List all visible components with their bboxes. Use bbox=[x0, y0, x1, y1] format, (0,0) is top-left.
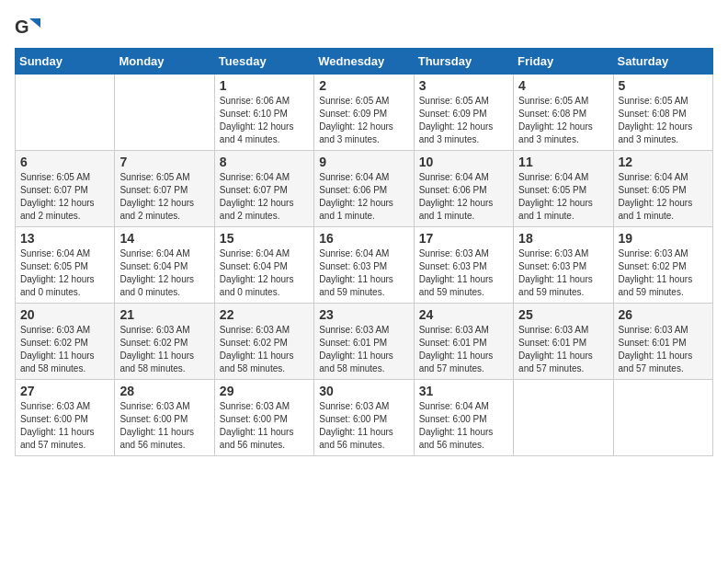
calendar-cell: 4Sunrise: 6:05 AM Sunset: 6:08 PM Daylig… bbox=[514, 75, 613, 151]
day-number: 23 bbox=[319, 307, 408, 322]
day-number: 26 bbox=[619, 307, 708, 322]
calendar-cell: 27Sunrise: 6:03 AM Sunset: 6:00 PM Dayli… bbox=[16, 380, 115, 456]
day-number: 19 bbox=[619, 231, 708, 246]
calendar-cell: 2Sunrise: 6:05 AM Sunset: 6:09 PM Daylig… bbox=[314, 75, 414, 151]
day-number: 7 bbox=[119, 155, 209, 169]
day-info: Sunrise: 6:05 AM Sunset: 6:09 PM Dayligh… bbox=[319, 95, 408, 146]
day-number: 14 bbox=[119, 231, 209, 246]
day-number: 28 bbox=[119, 384, 209, 398]
week-row-0: 1Sunrise: 6:06 AM Sunset: 6:10 PM Daylig… bbox=[16, 75, 713, 151]
day-number: 24 bbox=[419, 307, 508, 322]
day-info: Sunrise: 6:03 AM Sunset: 6:02 PM Dayligh… bbox=[220, 324, 309, 375]
day-info: Sunrise: 6:03 AM Sunset: 6:01 PM Dayligh… bbox=[319, 324, 408, 375]
day-number: 27 bbox=[20, 384, 109, 398]
day-info: Sunrise: 6:03 AM Sunset: 6:03 PM Dayligh… bbox=[419, 247, 508, 299]
calendar-cell: 29Sunrise: 6:03 AM Sunset: 6:00 PM Dayli… bbox=[214, 380, 313, 456]
header: G bbox=[15, 15, 713, 40]
header-row: SundayMondayTuesdayWednesdayThursdayFrid… bbox=[16, 49, 713, 75]
calendar-cell: 8Sunrise: 6:04 AM Sunset: 6:07 PM Daylig… bbox=[214, 151, 313, 227]
day-number: 4 bbox=[518, 78, 608, 93]
day-info: Sunrise: 6:05 AM Sunset: 6:08 PM Dayligh… bbox=[518, 95, 608, 146]
calendar-cell: 17Sunrise: 6:03 AM Sunset: 6:03 PM Dayli… bbox=[414, 227, 513, 304]
calendar-cell: 7Sunrise: 6:05 AM Sunset: 6:07 PM Daylig… bbox=[115, 151, 214, 227]
logo-icon: G bbox=[15, 15, 40, 40]
calendar-cell: 11Sunrise: 6:04 AM Sunset: 6:05 PM Dayli… bbox=[514, 151, 613, 227]
day-number: 1 bbox=[220, 78, 309, 93]
day-number: 5 bbox=[619, 78, 708, 93]
day-info: Sunrise: 6:04 AM Sunset: 6:05 PM Dayligh… bbox=[518, 171, 608, 223]
calendar-cell bbox=[514, 380, 613, 456]
day-number: 2 bbox=[319, 78, 408, 93]
day-info: Sunrise: 6:03 AM Sunset: 6:02 PM Dayligh… bbox=[119, 324, 209, 375]
day-info: Sunrise: 6:04 AM Sunset: 6:04 PM Dayligh… bbox=[220, 247, 309, 299]
day-info: Sunrise: 6:04 AM Sunset: 6:06 PM Dayligh… bbox=[319, 171, 408, 223]
day-number: 21 bbox=[119, 307, 209, 322]
calendar-cell: 10Sunrise: 6:04 AM Sunset: 6:06 PM Dayli… bbox=[414, 151, 513, 227]
calendar-cell: 6Sunrise: 6:05 AM Sunset: 6:07 PM Daylig… bbox=[16, 151, 115, 227]
header-cell-sunday: Sunday bbox=[16, 49, 115, 75]
calendar-cell: 21Sunrise: 6:03 AM Sunset: 6:02 PM Dayli… bbox=[115, 304, 214, 380]
day-info: Sunrise: 6:03 AM Sunset: 6:00 PM Dayligh… bbox=[319, 400, 408, 452]
day-info: Sunrise: 6:03 AM Sunset: 6:00 PM Dayligh… bbox=[20, 400, 109, 452]
day-number: 13 bbox=[20, 231, 109, 246]
day-info: Sunrise: 6:03 AM Sunset: 6:01 PM Dayligh… bbox=[619, 324, 708, 375]
day-number: 15 bbox=[220, 231, 309, 246]
calendar-cell: 22Sunrise: 6:03 AM Sunset: 6:02 PM Dayli… bbox=[214, 304, 313, 380]
week-row-3: 20Sunrise: 6:03 AM Sunset: 6:02 PM Dayli… bbox=[16, 304, 713, 380]
header-cell-saturday: Saturday bbox=[613, 49, 712, 75]
week-row-4: 27Sunrise: 6:03 AM Sunset: 6:00 PM Dayli… bbox=[16, 380, 713, 456]
day-info: Sunrise: 6:04 AM Sunset: 6:03 PM Dayligh… bbox=[319, 247, 408, 299]
day-number: 12 bbox=[619, 155, 708, 169]
calendar-cell: 20Sunrise: 6:03 AM Sunset: 6:02 PM Dayli… bbox=[16, 304, 115, 380]
day-info: Sunrise: 6:04 AM Sunset: 6:05 PM Dayligh… bbox=[619, 171, 708, 223]
day-info: Sunrise: 6:05 AM Sunset: 6:07 PM Dayligh… bbox=[119, 171, 209, 223]
day-number: 6 bbox=[20, 155, 109, 169]
calendar-cell: 31Sunrise: 6:04 AM Sunset: 6:00 PM Dayli… bbox=[414, 380, 513, 456]
day-info: Sunrise: 6:03 AM Sunset: 6:02 PM Dayligh… bbox=[619, 247, 708, 299]
day-info: Sunrise: 6:03 AM Sunset: 6:01 PM Dayligh… bbox=[419, 324, 508, 375]
day-number: 20 bbox=[20, 307, 109, 322]
svg-text:G: G bbox=[15, 17, 29, 37]
calendar-cell bbox=[115, 75, 214, 151]
calendar-cell: 18Sunrise: 6:03 AM Sunset: 6:03 PM Dayli… bbox=[514, 227, 613, 304]
calendar-cell bbox=[613, 380, 712, 456]
calendar-cell: 23Sunrise: 6:03 AM Sunset: 6:01 PM Dayli… bbox=[314, 304, 414, 380]
calendar-cell: 3Sunrise: 6:05 AM Sunset: 6:09 PM Daylig… bbox=[414, 75, 513, 151]
calendar-cell: 13Sunrise: 6:04 AM Sunset: 6:05 PM Dayli… bbox=[16, 227, 115, 304]
week-row-1: 6Sunrise: 6:05 AM Sunset: 6:07 PM Daylig… bbox=[16, 151, 713, 227]
day-number: 30 bbox=[319, 384, 408, 398]
day-number: 22 bbox=[220, 307, 309, 322]
calendar-table: SundayMondayTuesdayWednesdayThursdayFrid… bbox=[15, 48, 713, 456]
day-number: 8 bbox=[220, 155, 309, 169]
calendar-header: SundayMondayTuesdayWednesdayThursdayFrid… bbox=[16, 49, 713, 75]
svg-marker-1 bbox=[29, 18, 40, 28]
day-number: 25 bbox=[518, 307, 608, 322]
day-info: Sunrise: 6:05 AM Sunset: 6:09 PM Dayligh… bbox=[419, 95, 508, 146]
day-info: Sunrise: 6:03 AM Sunset: 6:03 PM Dayligh… bbox=[518, 247, 608, 299]
calendar-cell: 25Sunrise: 6:03 AM Sunset: 6:01 PM Dayli… bbox=[514, 304, 613, 380]
day-number: 18 bbox=[518, 231, 608, 246]
calendar-cell: 1Sunrise: 6:06 AM Sunset: 6:10 PM Daylig… bbox=[214, 75, 313, 151]
calendar-cell: 26Sunrise: 6:03 AM Sunset: 6:01 PM Dayli… bbox=[613, 304, 712, 380]
day-info: Sunrise: 6:04 AM Sunset: 6:06 PM Dayligh… bbox=[419, 171, 508, 223]
calendar-cell: 9Sunrise: 6:04 AM Sunset: 6:06 PM Daylig… bbox=[314, 151, 414, 227]
day-number: 11 bbox=[518, 155, 608, 169]
day-number: 3 bbox=[419, 78, 508, 93]
day-info: Sunrise: 6:04 AM Sunset: 6:07 PM Dayligh… bbox=[220, 171, 309, 223]
header-cell-friday: Friday bbox=[514, 49, 613, 75]
calendar-cell bbox=[16, 75, 115, 151]
day-info: Sunrise: 6:04 AM Sunset: 6:04 PM Dayligh… bbox=[119, 247, 209, 299]
day-info: Sunrise: 6:06 AM Sunset: 6:10 PM Dayligh… bbox=[220, 95, 309, 146]
calendar-cell: 5Sunrise: 6:05 AM Sunset: 6:08 PM Daylig… bbox=[613, 75, 712, 151]
day-number: 10 bbox=[419, 155, 508, 169]
day-info: Sunrise: 6:04 AM Sunset: 6:05 PM Dayligh… bbox=[20, 247, 109, 299]
day-info: Sunrise: 6:05 AM Sunset: 6:08 PM Dayligh… bbox=[619, 95, 708, 146]
day-number: 16 bbox=[319, 231, 408, 246]
calendar-cell: 28Sunrise: 6:03 AM Sunset: 6:00 PM Dayli… bbox=[115, 380, 214, 456]
header-cell-monday: Monday bbox=[115, 49, 214, 75]
header-cell-wednesday: Wednesday bbox=[314, 49, 414, 75]
day-info: Sunrise: 6:03 AM Sunset: 6:02 PM Dayligh… bbox=[20, 324, 109, 375]
calendar-cell: 24Sunrise: 6:03 AM Sunset: 6:01 PM Dayli… bbox=[414, 304, 513, 380]
day-info: Sunrise: 6:04 AM Sunset: 6:00 PM Dayligh… bbox=[419, 400, 508, 452]
calendar-cell: 16Sunrise: 6:04 AM Sunset: 6:03 PM Dayli… bbox=[314, 227, 414, 304]
